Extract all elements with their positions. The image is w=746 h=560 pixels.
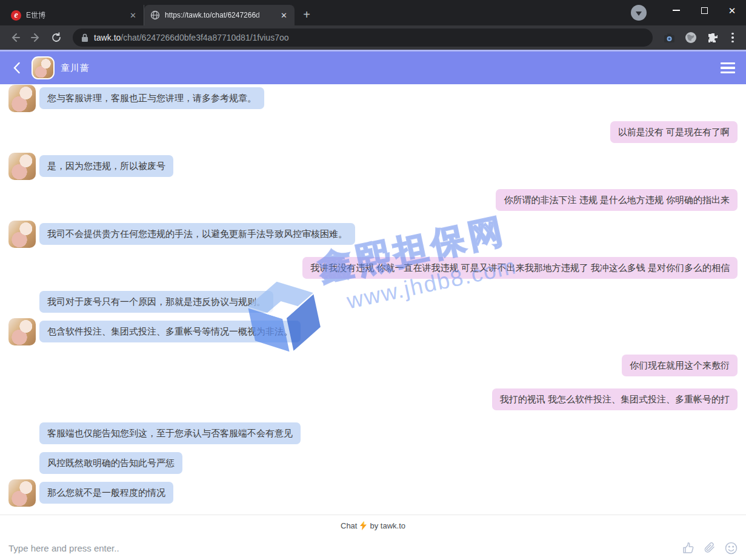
chat-message: 您与客服讲理，客服也正与您讲理，请多参考规章。	[8, 87, 746, 109]
browser-tab-bar: e E世博 ✕ https://tawk.to/chat/6247266d ✕ …	[0, 0, 746, 25]
agent-avatar	[32, 56, 55, 79]
browser-menu-icon[interactable]	[725, 28, 740, 47]
chat-message: 我司对于废号只有一个原因，那就是违反协议与规则。	[8, 291, 746, 313]
attachment-icon[interactable]	[703, 541, 716, 555]
message-bubble: 风控既然敢明确的告知此号严惩	[39, 452, 182, 474]
lock-icon	[81, 33, 88, 42]
chat-message: 是，因为您违规，所以被废号	[8, 155, 746, 177]
browser-window: e E世博 ✕ https://tawk.to/chat/6247266d ✕ …	[0, 0, 746, 560]
chat-menu-icon[interactable]	[718, 60, 738, 76]
chat-message: 风控既然敢明确的告知此号严惩	[8, 452, 746, 474]
globe-extension-icon[interactable]	[682, 28, 700, 47]
message-bubble: 我打的视讯 我怎么软件投注、集团式投注、多重帐号的打	[492, 388, 738, 410]
message-input[interactable]	[8, 543, 673, 553]
chat-message: 客服端也仅能告知您到这，至于您承认与否客服端不会有意见	[8, 422, 746, 444]
agent-avatar	[8, 85, 36, 112]
chat-message: 我讲我没有违规 你就一直在讲我违规 可是又讲不出来我那地方违规了 我冲这么多钱 …	[8, 257, 746, 279]
window-minimize-button[interactable]	[662, 0, 690, 21]
brand-chat-label: Chat	[341, 521, 357, 530]
emoji-icon[interactable]	[724, 541, 738, 555]
message-bubble: 是，因为您违规，所以被废号	[39, 155, 173, 177]
tab-esbo[interactable]: e E世博 ✕	[5, 5, 144, 25]
chat-message: 你们现在就用这个来敷衍	[8, 355, 746, 376]
message-bubble: 以前是没有 可是现在有了啊	[610, 121, 738, 143]
chat-message: 你所谓的非法下注 违规 是什么地方违规 你明确的指出来	[8, 189, 746, 211]
message-composer	[0, 536, 746, 560]
tab-close-icon[interactable]: ✕	[279, 11, 288, 20]
window-close-button[interactable]: ✕	[718, 0, 746, 21]
new-tab-button[interactable]: +	[298, 7, 315, 24]
window-maximize-button[interactable]	[690, 0, 718, 21]
tab-close-icon[interactable]: ✕	[128, 11, 138, 20]
agent-avatar	[8, 221, 36, 248]
lightning-bolt-icon	[360, 521, 367, 530]
extensions-puzzle-icon[interactable]	[704, 28, 722, 47]
camera-extension-icon[interactable]	[660, 28, 678, 47]
chat-back-button[interactable]	[8, 60, 24, 76]
back-button[interactable]	[6, 28, 24, 47]
tab-title: https://tawk.to/chat/6247266d	[165, 11, 275, 19]
tab-title: E世博	[26, 10, 124, 21]
message-bubble: 那么您就不是一般程度的情况	[39, 482, 173, 504]
agent-name: 童川蔷	[61, 62, 90, 74]
agent-avatar	[8, 479, 36, 507]
message-bubble: 你所谓的非法下注 违规 是什么地方违规 你明确的指出来	[496, 189, 738, 211]
chat-message: 我打的视讯 我怎么软件投注、集团式投注、多重帐号的打	[8, 388, 746, 410]
downloads-button[interactable]	[631, 5, 647, 21]
agent-avatar	[8, 318, 36, 345]
tab-tawk-chat[interactable]: https://tawk.to/chat/6247266d ✕	[144, 5, 295, 25]
forward-button[interactable]	[27, 28, 45, 47]
message-bubble: 我讲我没有违规 你就一直在讲我违规 可是又讲不出来我那地方违规了 我冲这么多钱 …	[302, 257, 738, 279]
chat-message: 我司不会提供贵方任何您违规的手法，以避免更新手法导致风控审核困难。	[8, 223, 746, 245]
tawk-branding[interactable]: Chat by tawk.to	[0, 515, 746, 536]
url-path: /chat/6247266d0bfe3f4a87710d81/1fvius7oo	[121, 33, 288, 42]
brand-by-label: by tawk.to	[370, 521, 405, 530]
url-domain: tawk.to	[94, 33, 121, 42]
agent-avatar	[8, 153, 36, 180]
chat-message: 包含软件投注、集团式投注、多重帐号等情况一概视为非法。	[8, 321, 746, 342]
reload-button[interactable]	[47, 28, 65, 47]
message-bubble: 你们现在就用这个来敷衍	[622, 355, 738, 376]
address-bar[interactable]: tawk.to/chat/6247266d0bfe3f4a87710d81/1f…	[73, 28, 653, 47]
chat-header: 童川蔷	[0, 52, 746, 84]
message-bubble: 您与客服讲理，客服也正与您讲理，请多参考规章。	[39, 87, 264, 109]
chat-message: 那么您就不是一般程度的情况	[8, 482, 746, 504]
chat-message-list: 您与客服讲理，客服也正与您讲理，请多参考规章。 以前是没有 可是现在有了啊 是，…	[0, 84, 746, 515]
browser-toolbar: tawk.to/chat/6247266d0bfe3f4a87710d81/1f…	[0, 25, 746, 50]
tawk-chat-page: 童川蔷 您与客服讲理，客服也正与您讲理，请多参考规章。 以前是没有 可是现在有了…	[0, 50, 746, 560]
message-bubble: 客服端也仅能告知您到这，至于您承认与否客服端不会有意见	[39, 422, 301, 444]
esbo-favicon-icon: e	[11, 10, 21, 21]
chat-message: 以前是没有 可是现在有了啊	[8, 121, 746, 143]
message-bubble: 我司不会提供贵方任何您违规的手法，以避免更新手法导致风控审核困难。	[39, 223, 355, 245]
message-bubble: 我司对于废号只有一个原因，那就是违反协议与规则。	[39, 291, 273, 313]
message-bubble: 包含软件投注、集团式投注、多重帐号等情况一概视为非法。	[39, 321, 301, 342]
thumbs-up-icon[interactable]	[682, 541, 695, 555]
globe-favicon-icon	[150, 10, 160, 20]
